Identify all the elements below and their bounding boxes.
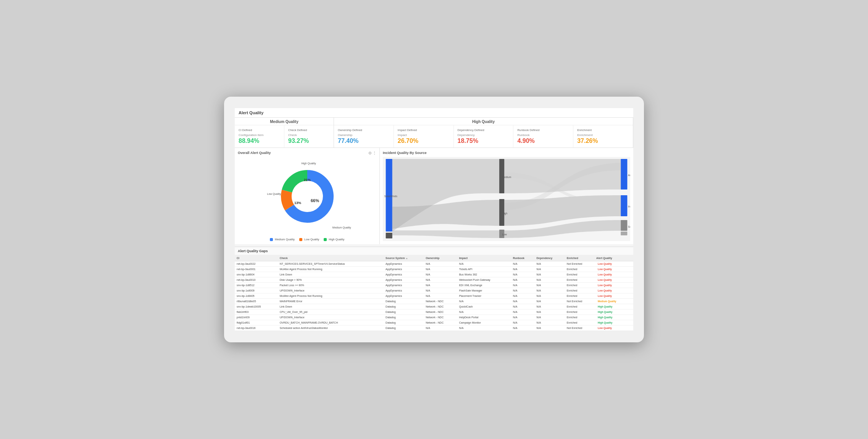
svg-text:Auto ShareIt: Auto ShareIt xyxy=(628,174,630,177)
ownership-card: Ownership Defined Ownership 77.40% xyxy=(334,125,394,147)
col-source: Source System ▲ xyxy=(384,255,424,261)
runbook-card: Runbook Defined Runbook 4.90% xyxy=(513,125,573,147)
page-title: Alert Quality xyxy=(235,108,633,118)
table-cell-1-5: N/A xyxy=(511,267,535,272)
table-cell-5-5: N/A xyxy=(511,288,535,293)
table-cell-3-1: Disk Usage > 90% xyxy=(278,277,384,283)
table-cell-5-8: Low Quality xyxy=(594,288,633,293)
table-row: snv-bp-1d8512Packet Loss >= 80%AppDynami… xyxy=(235,283,633,288)
table-cell-7-8: Medium Quality xyxy=(594,299,633,304)
high-quality-group: High Quality Ownership Defined Ownership… xyxy=(334,118,633,147)
table-row: snv-bp-1dewb10005Link DownDatadogNetwork… xyxy=(235,304,633,309)
table-cell-4-7: Enriched xyxy=(565,283,594,288)
table-row: net-bp-0au0001McAfee Agent Process Not R… xyxy=(235,267,633,272)
table-cell-11-3: Network - NDC xyxy=(424,320,457,326)
table-cell-2-3: N/A xyxy=(424,272,457,277)
table-row: net-bp-0au0022NT_SERVICES.SERVICES_SPTIm… xyxy=(235,261,633,267)
donut-with-labels: High Quality Low Quality Medium Quality xyxy=(269,158,345,235)
legend-dot-low xyxy=(299,238,302,241)
table-cell-1-0: net-bp-0au0001 xyxy=(235,267,278,272)
table-cell-0-5: N/A xyxy=(511,261,535,267)
legend-medium: Medium Quality xyxy=(270,238,295,241)
quality-badge: Medium Quality xyxy=(596,300,618,303)
quality-badge: High Quality xyxy=(596,305,614,308)
table-cell-9-3: Network - NDC xyxy=(424,309,457,315)
table-cell-5-3: N/A xyxy=(424,288,457,293)
table-cell-6-5: N/A xyxy=(511,293,535,299)
table-cell-8-3: Network - NDC xyxy=(424,304,457,309)
col-dependency: Dependency xyxy=(535,255,565,261)
check-card-sublabel: Check xyxy=(288,133,330,137)
legend-dot-high xyxy=(324,238,327,241)
table-cell-0-3: N/A xyxy=(424,261,457,267)
table-cell-1-6: N/A xyxy=(535,267,565,272)
table-cell-12-1: Scheduled action AntiVirusStatusMonitor xyxy=(278,326,384,331)
middle-row: Overall Alert Quality ⊙ ⋮ High Quality L… xyxy=(235,148,633,244)
ci-card-value: 88.94% xyxy=(239,138,280,144)
table-row: flab1trtf03CPU_Util_Over_95_pidDatadogNe… xyxy=(235,309,633,315)
table-cell-7-0: r8bunal02d8e05 xyxy=(235,299,278,304)
table-cell-0-7: Not Enriched xyxy=(565,261,594,267)
medium-quality-cards: CI Defined Configuration Item 88.94% Che… xyxy=(235,125,334,147)
donut-panel-title: Overall Alert Quality ⊙ ⋮ xyxy=(238,151,376,155)
table-cell-9-6: N/A xyxy=(535,309,565,315)
enrichment-sublabel: Enrichment xyxy=(577,133,629,137)
col-ci: CI xyxy=(235,255,278,261)
sankey-title: Incident Quality By Source xyxy=(383,151,630,155)
table-cell-12-0: net-bp-0au0016 xyxy=(235,326,278,331)
table-cell-0-2: AppDynamics xyxy=(384,261,424,267)
table-cell-10-1: UP/DOWN_Interface xyxy=(278,315,384,320)
quality-badge: High Quality xyxy=(596,316,614,319)
table-cell-5-0: snv-bp-1a9009 xyxy=(235,288,278,293)
svg-text:21%: 21% xyxy=(303,178,310,182)
legend-dot-medium xyxy=(270,238,273,241)
table-cell-10-3: Network - NDC xyxy=(424,315,457,320)
table-cell-5-2: AppDynamics xyxy=(384,288,424,293)
col-runbook: Runbook xyxy=(511,255,535,261)
table-cell-4-0: snv-bp-1d8512 xyxy=(235,283,278,288)
table-cell-1-1: McAfee Agent Process Not Running xyxy=(278,267,384,272)
svg-text:Scit Op...: Scit Op... xyxy=(628,225,630,228)
dependency-card: Dependency Defined Dependency 18.75% xyxy=(454,125,514,147)
quality-badge: High Quality xyxy=(596,321,614,324)
table-cell-9-8: High Quality xyxy=(594,309,633,315)
ownership-value: 77.40% xyxy=(338,138,390,144)
table-cell-7-2: Datadog xyxy=(384,299,424,304)
medium-quality-label: Medium Quality xyxy=(235,118,334,125)
svg-rect-10 xyxy=(621,159,627,190)
col-check: Check xyxy=(278,255,384,261)
table-cell-11-4: Campaign Monitor xyxy=(457,320,511,326)
table-cell-0-0: net-bp-0au0022 xyxy=(235,261,278,267)
table-cell-3-4: Websocket Push Gateway xyxy=(457,277,511,283)
impact-card: Impact Defined Impact 26.70% xyxy=(394,125,454,147)
table-cell-11-8: High Quality xyxy=(594,320,633,326)
table-cell-11-2: Datadog xyxy=(384,320,424,326)
table-cell-4-3: N/A xyxy=(424,283,457,288)
table-row: snv-bp-1d8604Link DownAppDynamicsN/ABus … xyxy=(235,272,633,277)
table-cell-6-0: snv-bp-1d8405 xyxy=(235,293,278,299)
quality-badge: Low Quality xyxy=(596,267,613,271)
table-cell-6-4: Placement Tracker xyxy=(457,293,511,299)
svg-rect-9 xyxy=(386,233,392,238)
quality-badge: Low Quality xyxy=(596,262,613,266)
runbook-value: 4.90% xyxy=(517,138,569,144)
col-ownership: Ownership xyxy=(424,255,457,261)
table-cell-12-4: N/A xyxy=(457,326,511,331)
table-cell-6-7: Enriched xyxy=(565,293,594,299)
medium-quality-group: Medium Quality CI Defined Configuration … xyxy=(235,118,334,147)
table-cell-10-2: Datadog xyxy=(384,315,424,320)
table-cell-12-7: Not Enriched xyxy=(565,326,594,331)
table-cell-9-1: CPU_Util_Over_95_pid xyxy=(278,309,384,315)
table-cell-6-1: McAfee Agent Process Not Running xyxy=(278,293,384,299)
table-cell-10-8: High Quality xyxy=(594,315,633,320)
svg-text:Inloud: Inloud xyxy=(628,205,630,208)
table-cell-9-2: Datadog xyxy=(384,309,424,315)
col-impact: Impact xyxy=(457,255,511,261)
ownership-label: Ownership Defined xyxy=(338,128,390,132)
svg-text:SolarWinds: SolarWinds xyxy=(384,195,398,198)
table-cell-7-4: N/A xyxy=(457,299,511,304)
table-cell-7-3: Network - NDC xyxy=(424,299,457,304)
table-cell-2-1: Link Down xyxy=(278,272,384,277)
ci-card-sublabel: Configuration Item xyxy=(239,133,280,137)
dependency-value: 18.75% xyxy=(458,138,510,144)
